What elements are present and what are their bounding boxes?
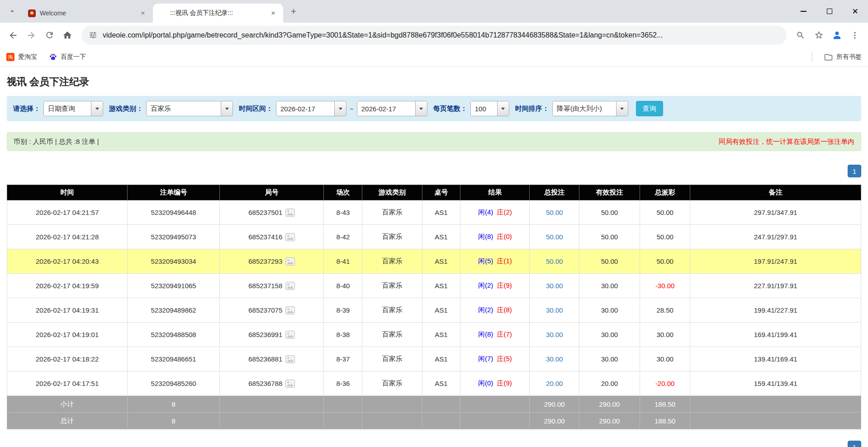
tab-search-button[interactable] [5, 5, 19, 19]
baidu-paw-icon [49, 53, 57, 61]
page-size-combobox[interactable] [470, 101, 509, 116]
close-icon: ✕ [852, 8, 858, 15]
tab-welcome[interactable]: Welcome [23, 4, 153, 23]
cell-note: 297.91/347.91 [690, 200, 861, 225]
total-bet-link[interactable]: 50.00 [546, 233, 563, 241]
total-bet-link[interactable]: 20.00 [546, 380, 563, 387]
replay-icon[interactable] [285, 282, 295, 290]
all-bookmarks-button[interactable]: 所有书签 [824, 53, 862, 62]
result-player: 闲(2) [478, 281, 493, 289]
cell-table-no: AS1 [422, 371, 460, 396]
tab-close-icon[interactable] [138, 9, 147, 18]
total-bet-link[interactable]: 30.00 [546, 355, 563, 363]
replay-icon[interactable] [285, 331, 295, 339]
summary-bar: 币别 : 人民币 | 总共 :8 注单 | 同局有效投注，统一计算在该局第一张注… [7, 132, 861, 151]
cell-table-no: AS1 [422, 298, 460, 323]
back-button[interactable] [5, 27, 22, 44]
col-header-note: 备注 [690, 185, 861, 200]
total-label: 总计 [7, 413, 128, 429]
subtotal-valid-bet: 290.00 [579, 396, 640, 413]
replay-icon[interactable] [285, 233, 295, 241]
menu-button[interactable] [846, 27, 863, 44]
tab-betrecord[interactable]: :::视讯 会员下注纪录::: [153, 4, 283, 23]
replay-icon[interactable] [285, 209, 295, 217]
tab-close-icon[interactable] [269, 9, 278, 18]
replay-icon[interactable] [285, 355, 295, 363]
game-type-combobox[interactable] [146, 101, 233, 116]
total-bet-link[interactable]: 50.00 [546, 257, 563, 265]
page-size-dropdown-button[interactable] [497, 101, 509, 116]
minimize-icon [801, 11, 806, 12]
bookmark-star-button[interactable] [810, 27, 827, 44]
cell-bet-id: 523209491065 [128, 274, 220, 298]
total-bet-link[interactable]: 50.00 [546, 209, 563, 216]
date-from-dropdown-button[interactable] [334, 101, 346, 116]
replay-icon[interactable] [285, 306, 295, 314]
sort-dropdown-button[interactable] [616, 101, 628, 116]
site-settings-icon[interactable] [89, 31, 97, 39]
forward-button[interactable] [23, 27, 40, 44]
new-tab-button[interactable] [287, 5, 300, 19]
date-to-input[interactable] [357, 101, 415, 116]
cell-game-type: 百家乐 [362, 298, 422, 323]
magnifier-icon [796, 31, 805, 40]
query-type-dropdown-button[interactable] [91, 101, 103, 116]
total-count: 8 [128, 413, 220, 429]
cell-note: 199.41/227.91 [690, 298, 861, 323]
date-from-picker[interactable] [276, 101, 346, 116]
total-bet-link[interactable]: 30.00 [546, 282, 563, 290]
url-bar[interactable]: videoie.com/ipl/portal.php/game/betrecor… [81, 26, 787, 45]
subtotal-empty-cell [690, 396, 861, 413]
profile-button[interactable] [828, 27, 845, 44]
replay-icon[interactable] [285, 257, 295, 266]
query-type-input[interactable] [44, 101, 91, 116]
bookmark-aitaobao[interactable]: 淘 爱淘宝 [6, 53, 37, 61]
betrecord-favicon-icon [158, 10, 166, 17]
cell-game-type: 百家乐 [362, 323, 422, 347]
cell-result: 闲(8) 庄(0) [460, 225, 530, 249]
sort-combobox[interactable] [552, 101, 628, 116]
caret-down-icon [339, 108, 342, 110]
zoom-button[interactable] [792, 27, 809, 44]
subtotal-empty-cell [422, 396, 460, 413]
total-bet-link[interactable]: 30.00 [546, 306, 563, 314]
close-button[interactable]: ✕ [842, 0, 868, 23]
cell-game-type: 百家乐 [362, 200, 422, 225]
game-type-input[interactable] [147, 101, 221, 116]
pagination-page-1[interactable]: 1 [848, 165, 861, 177]
page-size-input[interactable] [471, 101, 497, 116]
col-header-game-type: 游戏类别 [362, 185, 422, 200]
cell-result: 闲(7) 庄(5) [460, 347, 530, 371]
sort-input[interactable] [553, 101, 616, 116]
maximize-button[interactable] [816, 0, 842, 23]
date-to-dropdown-button[interactable] [415, 101, 427, 116]
home-button[interactable] [59, 27, 76, 44]
query-type-combobox[interactable] [43, 101, 103, 116]
date-to-picker[interactable] [357, 101, 427, 116]
total-bet-link[interactable]: 30.00 [546, 331, 563, 338]
cell-valid-bet: 30.00 [579, 274, 640, 298]
cell-total-bet: 30.00 [530, 323, 579, 347]
cell-table-no: AS1 [422, 274, 460, 298]
round-number: 685237075 [248, 306, 282, 314]
cell-bet-id: 523209485260 [128, 371, 220, 396]
table-row: 2026-02-17 04:20:43 523209493034 6852372… [7, 249, 861, 274]
filter-group-date-range: 时间区间： ~ [239, 101, 427, 116]
chevron-down-icon [8, 7, 16, 17]
date-from-input[interactable] [276, 101, 334, 116]
game-type-dropdown-button[interactable] [221, 101, 232, 116]
cell-time: 2026-02-17 04:18:22 [7, 347, 128, 371]
pagination-page-1-bottom[interactable]: 1 [848, 441, 861, 447]
search-button[interactable]: 查询 [636, 101, 663, 116]
col-header-payout: 总派彩 [640, 185, 690, 200]
bookmark-baidu[interactable]: 百度一下 [49, 53, 86, 61]
date-range-separator: ~ [350, 105, 354, 113]
cell-bet-id: 523209495073 [128, 225, 220, 249]
result-banker: 庄(9) [497, 379, 512, 387]
home-icon [62, 30, 72, 40]
minimize-button[interactable] [791, 0, 816, 23]
cell-valid-bet: 50.00 [579, 225, 640, 249]
back-icon [8, 30, 18, 40]
reload-button[interactable] [41, 27, 58, 44]
replay-icon[interactable] [285, 380, 295, 388]
